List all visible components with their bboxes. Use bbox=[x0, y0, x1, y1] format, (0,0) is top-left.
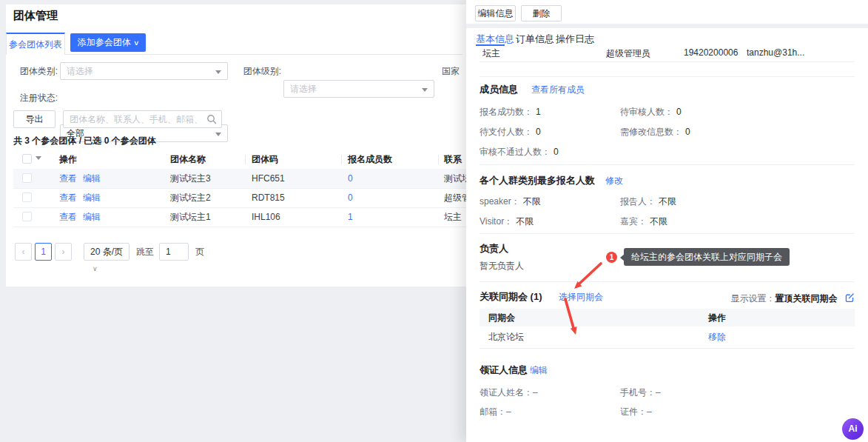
select-session-link[interactable]: 选择同期会 bbox=[559, 291, 603, 304]
panel-divider-strip bbox=[466, 24, 868, 28]
limit-label: 报告人： bbox=[620, 196, 656, 207]
view-link[interactable]: 查看 bbox=[59, 188, 77, 207]
cert-item: 证件：– bbox=[620, 404, 652, 418]
edit-link[interactable]: 编辑 bbox=[83, 188, 101, 207]
cert-value: – bbox=[506, 406, 511, 417]
jump-page-input[interactable] bbox=[159, 243, 189, 261]
group-type-select[interactable]: 请选择 bbox=[60, 62, 228, 80]
group-detail-panel: 编辑信息 删除 基本信息 订单信息 操作日志 坛主 超级管理员 19420200… bbox=[466, 0, 868, 442]
col-code: 团体码 bbox=[252, 150, 278, 169]
view-link[interactable]: 查看 bbox=[59, 207, 77, 227]
view-link[interactable]: 查看 bbox=[59, 169, 77, 188]
cell-group-code: RDT815 bbox=[252, 188, 285, 207]
ai-assistant-badge[interactable]: Ai bbox=[842, 418, 864, 440]
table-line bbox=[13, 227, 468, 227]
header-divider bbox=[438, 155, 439, 164]
cert-value: – bbox=[533, 387, 538, 398]
stat-value: 0 bbox=[676, 107, 682, 117]
modify-limits-link[interactable]: 修改 bbox=[605, 175, 623, 187]
cell-role: 坛主 bbox=[482, 47, 500, 60]
remove-session-link[interactable]: 移除 bbox=[708, 327, 726, 348]
row-checkbox[interactable] bbox=[22, 173, 32, 183]
member-info-title: 成员信息 bbox=[480, 83, 518, 96]
cert-item: 邮箱：– bbox=[480, 404, 511, 418]
row-border bbox=[480, 348, 855, 349]
session-table-row[interactable]: 北京论坛 移除 bbox=[480, 327, 855, 348]
edit-link[interactable]: 编辑 bbox=[83, 169, 101, 188]
stat-value: 1 bbox=[536, 107, 541, 117]
cell-group-code: HFC651 bbox=[252, 169, 285, 188]
view-all-members-link[interactable]: 查看所有成员 bbox=[531, 84, 585, 96]
limits-title: 各个人群类别最多报名人数 bbox=[480, 174, 595, 187]
cell-members-link[interactable]: 0 bbox=[348, 188, 353, 207]
select-all-checkbox[interactable] bbox=[22, 154, 32, 164]
clipped-member-row[interactable]: 坛主 超级管理员 19420200006 tanzhu@31h... bbox=[466, 46, 868, 61]
screen: 团体管理 参会团体列表 添加参会团体∨ 团体类别: 请选择 团体级别: 请选择 … bbox=[0, 0, 868, 442]
stat-value: 0 bbox=[554, 147, 559, 157]
limit-label: speaker： bbox=[480, 196, 520, 207]
search-icon[interactable] bbox=[206, 114, 217, 124]
stat-value: 0 bbox=[536, 127, 541, 137]
add-group-dropdown-button[interactable]: 添加参会团体∨ bbox=[70, 33, 146, 52]
row-checkbox[interactable] bbox=[22, 192, 32, 202]
page-title: 团体管理 bbox=[13, 9, 58, 23]
group-level-value: 请选择 bbox=[290, 84, 317, 94]
limit-item: speaker：不限 bbox=[480, 194, 541, 208]
cell-session-name: 北京论坛 bbox=[488, 327, 524, 348]
related-sessions-title: 关联同期会 (1) bbox=[480, 290, 542, 304]
group-management-card: 团体管理 参会团体列表 添加参会团体∨ 团体类别: 请选择 团体级别: 请选择 … bbox=[6, 4, 468, 287]
cell-contact: 坛主 bbox=[444, 207, 462, 227]
cell-group-name: 测试坛主3 bbox=[170, 169, 211, 188]
display-setting-value: 置顶关联同期会 bbox=[776, 293, 838, 304]
cert-label: 邮箱： bbox=[480, 406, 506, 417]
edit-square-icon[interactable] bbox=[844, 292, 855, 303]
add-group-label: 添加参会团体 bbox=[78, 37, 131, 47]
stat-item: 审核不通过人数：0 bbox=[480, 144, 559, 158]
page-prev-button[interactable]: ‹ bbox=[15, 243, 32, 261]
annotation-step-badge: 1 bbox=[606, 252, 617, 263]
select-menu-caret-icon[interactable] bbox=[36, 156, 41, 160]
header-divider bbox=[245, 155, 246, 164]
cell-group-name: 测试坛主1 bbox=[170, 207, 211, 227]
stat-value: 0 bbox=[685, 127, 690, 137]
tab-participating-groups-list[interactable]: 参会团体列表 bbox=[6, 33, 65, 55]
cell-members-link[interactable]: 0 bbox=[348, 169, 353, 188]
table-row[interactable]: 查看 编辑 测试坛主3 HFC651 0 测试坛主 bbox=[13, 169, 468, 188]
group-level-select[interactable]: 请选择 bbox=[283, 80, 434, 98]
caret-down-icon bbox=[215, 70, 221, 74]
page-1-button[interactable]: 1 bbox=[35, 243, 52, 261]
row-border bbox=[480, 61, 855, 62]
page-next-button[interactable]: › bbox=[55, 243, 72, 261]
cell-group-name: 测试坛主2 bbox=[170, 188, 211, 207]
tab-order-info[interactable]: 订单信息 bbox=[516, 33, 554, 46]
cell-members-link[interactable]: 1 bbox=[348, 207, 353, 227]
limit-item: 报告人：不限 bbox=[620, 194, 676, 208]
tab-operation-log[interactable]: 操作日志 bbox=[556, 33, 594, 46]
group-type-value: 请选择 bbox=[67, 66, 93, 76]
session-table-header: 同期会 操作 bbox=[480, 309, 855, 327]
limit-value: 不限 bbox=[650, 216, 667, 227]
page-size-select[interactable]: 20 条/页 ∨ bbox=[84, 243, 129, 261]
col-members: 报名成员数 bbox=[348, 150, 392, 169]
table-row[interactable]: 查看 编辑 测试坛主2 RDT815 0 超级管理员 bbox=[13, 188, 468, 207]
chevron-down-icon: ∨ bbox=[92, 265, 98, 272]
leader-empty-text: 暂无负责人 bbox=[480, 260, 524, 272]
stat-label: 需修改信息数： bbox=[620, 127, 682, 137]
limit-item: Visitor：不限 bbox=[480, 214, 534, 228]
register-status-label: 注册状态: bbox=[6, 89, 58, 107]
cert-label: 手机号： bbox=[620, 387, 656, 398]
export-button[interactable]: 导出 bbox=[13, 110, 55, 128]
edit-info-button[interactable]: 编辑信息 bbox=[475, 5, 516, 21]
section-divider bbox=[480, 164, 855, 165]
delete-button[interactable]: 删除 bbox=[521, 5, 562, 21]
page-size-value: 20 条/页 bbox=[90, 247, 123, 257]
table-row[interactable]: 查看 编辑 测试坛主1 IHL106 1 坛主 bbox=[13, 207, 468, 227]
edit-certificate-link[interactable]: 编辑 bbox=[530, 364, 548, 377]
search-input[interactable] bbox=[63, 110, 222, 128]
stat-item: 报名成功数：1 bbox=[480, 104, 541, 118]
col-session: 同期会 bbox=[488, 309, 515, 327]
stat-item: 需修改信息数：0 bbox=[620, 124, 690, 138]
row-checkbox[interactable] bbox=[22, 212, 32, 221]
cell-group-code: IHL106 bbox=[252, 207, 280, 227]
edit-link[interactable]: 编辑 bbox=[83, 207, 101, 227]
